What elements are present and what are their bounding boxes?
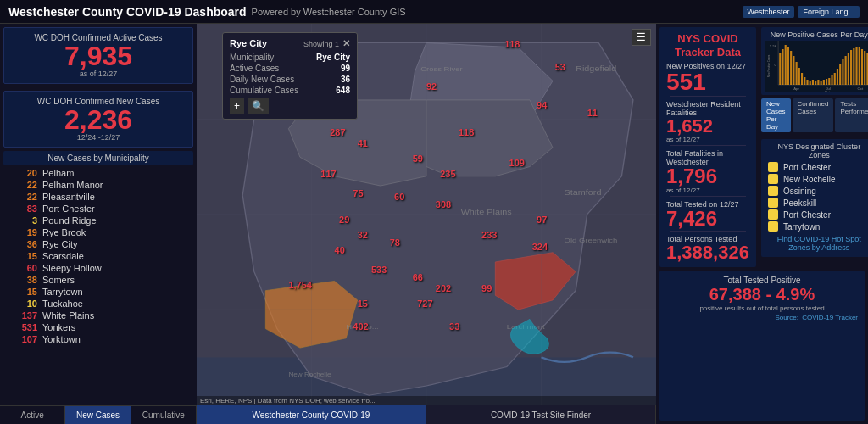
muni-count: 531 (7, 322, 37, 332)
list-item: 3Pound Ridge (3, 215, 193, 226)
svg-rect-50 (828, 78, 830, 85)
svg-rect-62 (861, 49, 863, 85)
list-item: 10Tuckahoe (3, 298, 193, 310)
popup-title: Rye City Showing 1 ✕ (230, 38, 350, 49)
svg-rect-33 (782, 49, 783, 85)
nys-tracker: NYS COVID Tracker Data New Positives on … (659, 27, 756, 267)
svg-rect-48 (823, 80, 825, 85)
muni-count: 107 (7, 334, 37, 344)
muni-count: 36 (7, 239, 37, 249)
list-item: 20Pelham (3, 167, 193, 179)
chart-tab-tests[interactable]: Tests Performed (835, 98, 868, 132)
cluster-section: NYS Designated Cluster Zones Port Cheste… (761, 139, 868, 257)
cluster-name: Tarrytown (783, 222, 820, 232)
right-panel: NYS COVID Tracker Data New Positives on … (656, 24, 868, 424)
popup-zoom-out-icon[interactable]: 🔍 (248, 98, 269, 114)
chart-section: New Positive Cases Per Day 1.5k 0 New Po… (761, 27, 868, 95)
svg-rect-58 (850, 50, 852, 85)
source-label: Source: (775, 314, 798, 321)
svg-rect-44 (812, 80, 814, 85)
bottom-tabs[interactable]: Active New Cases Cumulative (0, 405, 197, 424)
muni-count: 22 (7, 180, 37, 190)
svg-rect-38 (795, 62, 797, 85)
source-link[interactable]: Source: COVID-19 Tracker (666, 312, 858, 323)
popup-zoom-in-icon[interactable]: + (230, 98, 244, 114)
new-positives-stat: New Positives on 12/27 551 (666, 62, 749, 94)
cluster-item: New Rochelle (768, 174, 868, 184)
popup-field-value: 36 (341, 75, 350, 84)
muni-name: Pelham Manor (42, 180, 103, 190)
svg-rect-55 (842, 59, 843, 85)
map-tab-test-sites[interactable]: COVID-19 Test Site Finder (426, 405, 656, 424)
muni-name: Somers (42, 275, 75, 285)
cluster-item: Port Chester (768, 209, 868, 220)
cluster-color-indicator (768, 186, 778, 196)
muni-count: 20 (7, 168, 37, 178)
map-menu-button[interactable]: ☰ (632, 29, 651, 46)
resident-fatalities-stat: Westchester Resident Fatalities 1,652 as… (666, 100, 749, 143)
popup-field-row: Active Cases99 (230, 64, 350, 73)
list-item: 22Pleasantville (3, 191, 193, 203)
svg-rect-41 (804, 77, 805, 85)
map-tab-covid[interactable]: Westchester County COVID-19 (197, 405, 426, 424)
muni-count: 60 (7, 263, 37, 273)
svg-rect-49 (826, 79, 827, 85)
muni-name: Pelham (42, 168, 74, 178)
popup-city: Rye City (230, 38, 267, 49)
muni-count: 22 (7, 192, 37, 202)
svg-rect-59 (853, 48, 854, 85)
resident-fatalities-label: Westchester Resident Fatalities (666, 100, 749, 117)
svg-rect-37 (793, 56, 794, 85)
tab-new-cases[interactable]: New Cases (65, 406, 131, 424)
muni-name: Yorktown (42, 334, 81, 344)
svg-text:Cross River: Cross River (420, 65, 463, 73)
svg-rect-43 (810, 81, 811, 85)
svg-rect-60 (855, 47, 857, 85)
popup-field-key: Active Cases (230, 64, 279, 73)
page-title: Westchester County COVID-19 Dashboard (8, 5, 247, 19)
chart-tab-new-cases[interactable]: New Cases Per Day (761, 98, 791, 132)
chart-tab-confirmed[interactable]: Confirmed Cases (793, 98, 834, 132)
tab-cumulative[interactable]: Cumulative (131, 406, 197, 424)
total-persons-stat: Total Persons Tested 1,388,326 (666, 235, 749, 262)
muni-count: 137 (7, 310, 37, 321)
popup-field-key: Cumulative Cases (230, 86, 298, 95)
cluster-item: Port Chester (768, 162, 868, 172)
svg-text:Ridgefield: Ridgefield (576, 64, 616, 73)
tab-active[interactable]: Active (0, 406, 65, 424)
chart-container: 1.5k 0 New Positive Cases Apr Jul Oct Da… (765, 41, 868, 92)
popup-field-row: Cumulative Cases648 (230, 86, 350, 95)
muni-name: Pound Ridge (42, 215, 97, 226)
source-tracker-link[interactable]: COVID-19 Tracker (802, 314, 858, 321)
list-item: 60Sleepy Hollow (3, 262, 193, 274)
muni-name: Rye City (42, 239, 78, 249)
total-positive-num: 67,388 - 4.9% (666, 285, 858, 304)
muni-name: Scarsdale (42, 251, 84, 261)
list-item: 531Yonkers (3, 321, 193, 333)
muni-count: 19 (7, 227, 37, 237)
svg-text:New Rochelle: New Rochelle (288, 371, 331, 377)
popup-field-row: MunicipalityRye City (230, 53, 350, 62)
cluster-list: Port ChesterNew RochelleOssiningPeekskil… (768, 162, 868, 232)
popup-close-icon[interactable]: ✕ (342, 38, 350, 49)
cluster-name: New Rochelle (783, 175, 836, 184)
svg-rect-51 (831, 75, 832, 85)
muni-name: White Plains (42, 310, 94, 321)
popup-field-row: Daily New Cases36 (230, 75, 350, 84)
svg-rect-47 (820, 81, 821, 85)
popup-fields: MunicipalityRye CityActive Cases99Daily … (230, 53, 350, 95)
cluster-link[interactable]: Find COVID-19 Hot Spot Zones by Address (768, 233, 868, 254)
cluster-item: Ossining (768, 186, 868, 196)
list-item: 38Somers (3, 274, 193, 286)
map-bottom-tabs[interactable]: Westchester County COVID-19 COVID-19 Tes… (197, 405, 656, 424)
popup-field-key: Municipality (230, 53, 274, 62)
chart-tabs[interactable]: New Cases Per Day Confirmed Cases Tests … (761, 98, 868, 132)
cluster-item: Tarrytown (768, 221, 868, 232)
popup-field-value: Rye City (316, 53, 350, 62)
map-area[interactable]: Stamford Old Greenwich Ridgefield Lincol… (197, 24, 656, 424)
cluster-color-indicator (768, 162, 778, 172)
chart-svg: 1.5k 0 New Positive Cases Apr Jul Oct Da… (765, 41, 868, 92)
header: Westchester County COVID-19 Dashboard Po… (0, 0, 868, 24)
muni-count: 10 (7, 298, 37, 309)
total-fatalities-label: Total Fatalities in Westchester (666, 149, 749, 166)
